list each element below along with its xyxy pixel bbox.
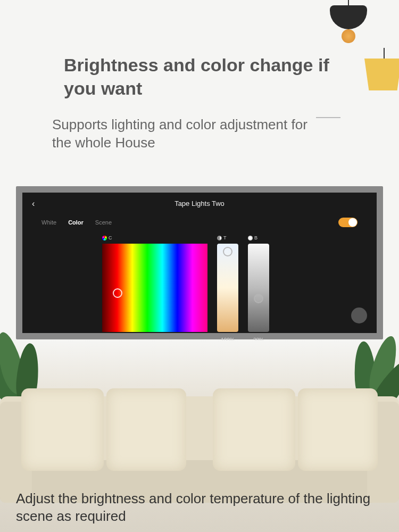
decorative-lamps — [330, 0, 399, 106]
contrast-icon — [217, 236, 222, 240]
tab-scene[interactable]: Scene — [95, 219, 112, 226]
headline: Brightness and color change if you want — [64, 53, 340, 100]
color-picker[interactable] — [102, 244, 207, 332]
temperature-label: T — [217, 235, 227, 240]
tab-white[interactable]: White — [41, 219, 56, 226]
action-button[interactable] — [351, 307, 367, 323]
tab-color[interactable]: Color — [68, 219, 84, 226]
control-panel: ‹ Tape Lights Two White Color Scene C T … — [16, 186, 383, 339]
subheadline: Supports lighting and color adjustment f… — [52, 116, 318, 152]
divider-dash — [316, 117, 340, 118]
bottom-caption: Adjust the brightness and color temperat… — [16, 490, 383, 525]
brightness-slider-handle[interactable] — [254, 294, 263, 303]
color-label: C — [102, 235, 112, 240]
temperature-slider[interactable] — [217, 244, 238, 332]
temperature-slider-handle[interactable] — [223, 247, 232, 256]
power-toggle[interactable] — [338, 218, 358, 227]
brightness-icon — [248, 236, 253, 240]
color-picker-handle[interactable] — [113, 288, 122, 298]
back-button[interactable]: ‹ — [32, 199, 35, 209]
color-wheel-icon — [102, 236, 107, 240]
background-sofa: Adjust the brightness and color temperat… — [0, 340, 399, 532]
brightness-slider[interactable] — [248, 244, 269, 332]
panel-title: Tape Lights Two — [22, 200, 377, 207]
brightness-label: B — [248, 235, 257, 240]
